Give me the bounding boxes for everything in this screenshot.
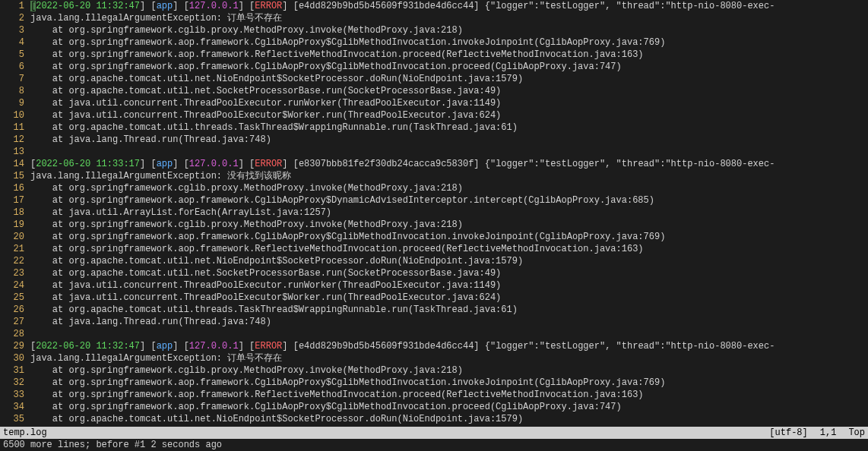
log-line[interactable]: 32 at org.springframework.aop.framework.… <box>0 377 775 389</box>
line-content: at org.springframework.aop.framework.Cgl… <box>30 61 775 73</box>
line-number: 7 <box>0 73 30 85</box>
line-content: [2022-06-20 11:32:47] [app] [127.0.0.1] … <box>30 0 775 12</box>
line-number: 18 <box>0 207 30 219</box>
line-content: at org.apache.tomcat.util.net.NioEndpoin… <box>30 73 775 85</box>
line-number: 33 <box>0 389 30 401</box>
line-number: 29 <box>0 340 30 352</box>
vim-editor[interactable]: 1[2022-06-20 11:32:47] [app] [127.0.0.1]… <box>0 0 868 451</box>
line-number: 21 <box>0 243 30 255</box>
log-line[interactable]: 13 <box>0 146 775 158</box>
line-content: at org.apache.tomcat.util.threads.TaskTh… <box>30 304 775 316</box>
log-line[interactable]: 11 at org.apache.tomcat.util.threads.Tas… <box>0 121 775 134</box>
line-number: 35 <box>0 413 30 425</box>
log-line[interactable]: 4 at org.springframework.aop.framework.C… <box>0 36 775 49</box>
line-number: 19 <box>0 219 30 231</box>
line-content: at org.springframework.aop.framework.Cgl… <box>30 401 775 413</box>
line-number: 23 <box>0 267 30 279</box>
log-line[interactable]: 6 at org.springframework.aop.framework.C… <box>0 61 775 73</box>
log-line[interactable]: 19 at org.springframework.cglib.proxy.Me… <box>0 219 775 231</box>
line-content: at org.springframework.cglib.proxy.Metho… <box>30 182 775 194</box>
line-content: at org.springframework.aop.framework.Cgl… <box>30 377 775 389</box>
line-number: 17 <box>0 194 30 207</box>
line-number: 8 <box>0 85 30 97</box>
line-number: 14 <box>0 158 30 170</box>
statusbar-filename: temp.log <box>3 427 769 439</box>
log-line[interactable]: 25 at java.util.concurrent.ThreadPoolExe… <box>0 292 775 304</box>
line-content: at org.springframework.cglib.proxy.Metho… <box>30 364 775 377</box>
line-number: 22 <box>0 255 30 267</box>
line-content: at org.springframework.aop.framework.Cgl… <box>30 36 775 49</box>
line-number: 20 <box>0 231 30 243</box>
log-line[interactable]: 33 at org.springframework.aop.framework.… <box>0 389 775 401</box>
log-line[interactable]: 23 at org.apache.tomcat.util.net.SocketP… <box>0 267 775 279</box>
statusbar-scroll: Top <box>848 427 865 439</box>
line-content <box>30 146 775 158</box>
line-number: 32 <box>0 377 30 389</box>
editor-content[interactable]: 1[2022-06-20 11:32:47] [app] [127.0.0.1]… <box>0 0 868 427</box>
log-line[interactable]: 15java.lang.IllegalArgumentException: 没有… <box>0 170 775 182</box>
log-line[interactable]: 24 at java.util.concurrent.ThreadPoolExe… <box>0 279 775 292</box>
line-content: at org.apache.tomcat.util.threads.TaskTh… <box>30 121 775 134</box>
statusbar-position: 1,1 <box>820 427 837 439</box>
line-content: at org.springframework.aop.framework.Cgl… <box>30 231 775 243</box>
line-content: at java.util.concurrent.ThreadPoolExecut… <box>30 97 775 109</box>
line-number: 10 <box>0 109 30 121</box>
line-number: 3 <box>0 24 30 36</box>
log-line[interactable]: 34 at org.springframework.aop.framework.… <box>0 401 775 413</box>
log-line[interactable]: 29[2022-06-20 11:32:47] [app] [127.0.0.1… <box>0 340 775 352</box>
line-content: java.lang.IllegalArgumentException: 没有找到… <box>30 170 775 182</box>
line-content: at org.springframework.cglib.proxy.Metho… <box>30 24 775 36</box>
line-number: 1 <box>0 0 30 12</box>
line-number: 6 <box>0 61 30 73</box>
log-line[interactable]: 2java.lang.IllegalArgumentException: 订单号… <box>0 12 775 24</box>
log-line[interactable]: 20 at org.springframework.aop.framework.… <box>0 231 775 243</box>
log-line[interactable]: 26 at org.apache.tomcat.util.threads.Tas… <box>0 304 775 316</box>
line-number: 28 <box>0 328 30 340</box>
log-line[interactable]: 12 at java.lang.Thread.run(Thread.java:7… <box>0 134 775 146</box>
line-content: at org.springframework.aop.framework.Ref… <box>30 243 775 255</box>
line-content: at java.lang.Thread.run(Thread.java:748) <box>30 134 775 146</box>
line-content: at org.springframework.aop.framework.Ref… <box>30 389 775 401</box>
line-number: 5 <box>0 49 30 61</box>
lines-container[interactable]: 1[2022-06-20 11:32:47] [app] [127.0.0.1]… <box>0 0 775 427</box>
line-content: at org.apache.tomcat.util.net.NioEndpoin… <box>30 413 775 425</box>
log-line[interactable]: 8 at org.apache.tomcat.util.net.SocketPr… <box>0 85 775 97</box>
command-line[interactable]: 6500 more lines; before #1 2 seconds ago <box>0 439 868 451</box>
line-number: 25 <box>0 292 30 304</box>
log-line[interactable]: 5 at org.springframework.aop.framework.R… <box>0 49 775 61</box>
log-line[interactable]: 7 at org.apache.tomcat.util.net.NioEndpo… <box>0 73 775 85</box>
line-content: at org.springframework.cglib.proxy.Metho… <box>30 219 775 231</box>
line-content: at java.util.concurrent.ThreadPoolExecut… <box>30 109 775 121</box>
line-number: 30 <box>0 352 30 364</box>
log-line[interactable]: 31 at org.springframework.cglib.proxy.Me… <box>0 364 775 377</box>
statusbar-encoding: [utf-8] <box>769 427 807 439</box>
log-line[interactable]: 16 at org.springframework.cglib.proxy.Me… <box>0 182 775 194</box>
line-content: [2022-06-20 11:33:17] [app] [127.0.0.1] … <box>30 158 775 170</box>
log-line[interactable]: 17 at org.springframework.aop.framework.… <box>0 194 775 207</box>
log-line[interactable]: 35 at org.apache.tomcat.util.net.NioEndp… <box>0 413 775 425</box>
log-line[interactable]: 28 <box>0 328 775 340</box>
log-line[interactable]: 22 at org.apache.tomcat.util.net.NioEndp… <box>0 255 775 267</box>
log-line[interactable]: 21 at org.springframework.aop.framework.… <box>0 243 775 255</box>
log-line[interactable]: 18 at java.util.ArrayList.forEach(ArrayL… <box>0 207 775 219</box>
line-number: 31 <box>0 364 30 377</box>
log-line[interactable]: 3 at org.springframework.cglib.proxy.Met… <box>0 24 775 36</box>
line-number: 34 <box>0 401 30 413</box>
line-number: 4 <box>0 36 30 49</box>
line-number: 15 <box>0 170 30 182</box>
line-number: 11 <box>0 121 30 134</box>
log-line[interactable]: 1[2022-06-20 11:32:47] [app] [127.0.0.1]… <box>0 0 775 12</box>
status-bar: temp.log [utf-8] 1,1 Top <box>0 427 868 439</box>
line-content: at org.apache.tomcat.util.net.SocketProc… <box>30 267 775 279</box>
line-content <box>30 328 775 340</box>
log-line[interactable]: 9 at java.util.concurrent.ThreadPoolExec… <box>0 97 775 109</box>
log-line[interactable]: 27 at java.lang.Thread.run(Thread.java:7… <box>0 316 775 328</box>
log-line[interactable]: 30java.lang.IllegalArgumentException: 订单… <box>0 352 775 364</box>
line-content: at org.springframework.aop.framework.Ref… <box>30 49 775 61</box>
line-number: 12 <box>0 134 30 146</box>
log-line[interactable]: 14[2022-06-20 11:33:17] [app] [127.0.0.1… <box>0 158 775 170</box>
log-line[interactable]: 10 at java.util.concurrent.ThreadPoolExe… <box>0 109 775 121</box>
line-number: 13 <box>0 146 30 158</box>
line-content: at org.springframework.aop.framework.Cgl… <box>30 194 775 207</box>
line-content: at java.util.ArrayList.forEach(ArrayList… <box>30 207 775 219</box>
